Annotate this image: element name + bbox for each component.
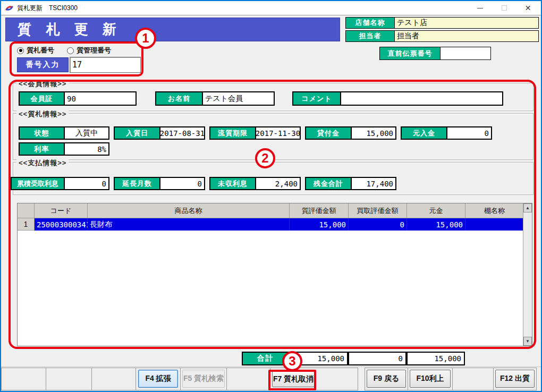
shop-name-label: 店舗名称	[346, 18, 395, 28]
balance-total-label: 残金合計	[306, 178, 352, 189]
comment-value[interactable]	[341, 92, 502, 105]
unpaid-interest-field: 未収利息 2,400	[209, 177, 301, 190]
shop-name-field: 店舗名称 テスト店	[345, 17, 539, 29]
forfeit-deadline-value: 2017-11-30	[256, 127, 300, 139]
fkey-empty-4	[226, 368, 270, 390]
accumulated-interest-field: 累積受取利息 0	[11, 177, 109, 190]
loan-amount-label: 貸付金	[306, 127, 352, 139]
table-scrollbar[interactable]: ▲ ▼	[523, 203, 532, 346]
number-input[interactable]	[70, 57, 141, 73]
cell-name: 長財布	[88, 218, 290, 231]
pawn-date-value: 2017-08-31	[160, 127, 204, 139]
staff-value: 担当者	[395, 31, 538, 41]
page-title: 質 札 更 新	[5, 18, 340, 41]
member-card-label: 会員証	[20, 92, 65, 105]
comment-field: コメント	[292, 91, 503, 106]
previous-slip-value[interactable]	[441, 47, 490, 59]
totals-purchase-value: 0	[348, 352, 406, 365]
radio-ticket-number[interactable]: 質札番号	[17, 46, 54, 55]
principal-deposit-value: 0	[447, 127, 491, 139]
status-value: 入質中	[65, 127, 108, 139]
fkey-empty-1	[1, 368, 46, 390]
member-info-title: <<会員情報>>	[16, 79, 69, 89]
scroll-down-icon[interactable]: ▼	[523, 337, 532, 346]
number-type-radio-group: 質札番号 質管理番号	[17, 46, 111, 55]
loan-amount-value: 15,000	[352, 127, 395, 139]
status-label: 状態	[20, 127, 65, 139]
member-name-label: お名前	[156, 92, 203, 105]
member-name-value: テスト会員	[203, 92, 274, 105]
f10-interest-button[interactable]: F10利上	[410, 370, 451, 388]
row-number: 1	[18, 218, 35, 231]
extension-months-label: 延長月数	[115, 178, 160, 189]
f4-expand-button[interactable]: F4 拡張	[138, 370, 178, 388]
totals-pawn-value: 15,000	[289, 352, 348, 365]
scroll-up-icon[interactable]: ▲	[523, 203, 532, 212]
interest-rate-label: 利率	[20, 143, 65, 155]
principal-deposit-field: 元入金 0	[401, 126, 492, 140]
pawn-date-field: 入質日 2017-08-31	[114, 126, 205, 140]
loan-amount-field: 貸付金 15,000	[305, 126, 396, 140]
accumulated-interest-value: 0	[65, 178, 108, 189]
ticket-info-title: <<質札情報>>	[16, 109, 69, 119]
payment-info-title: <<支払情報>>	[16, 158, 69, 168]
cell-principal: 15,000	[407, 218, 465, 231]
staff-field: 担当者 担当者	[345, 30, 539, 42]
totals-label: 合計	[242, 352, 289, 365]
interest-rate-field: 利率 8%	[19, 142, 109, 156]
fkey-empty-3	[91, 368, 136, 390]
number-input-label: 番号入力	[17, 57, 69, 72]
app-window: 質札更新 TSCI0300 ✕ 質 札 更 新 店舗名称 テスト店 担当者 担当…	[0, 0, 542, 392]
cell-pawn-value: 15,000	[290, 218, 349, 231]
balance-total-field: 残金合計 17,400	[305, 177, 396, 190]
balance-total-value: 17,400	[352, 178, 395, 189]
app-icon	[5, 4, 14, 13]
previous-slip-field: 直前伝票番号	[379, 47, 491, 60]
column-header-code: コード	[35, 203, 88, 218]
cell-code: 250003000341	[35, 218, 88, 231]
column-header-rownum	[18, 203, 35, 218]
radio-unselected-icon	[67, 47, 74, 54]
titlebar: 質札更新 TSCI0300 ✕	[1, 1, 541, 15]
pawn-date-label: 入質日	[115, 127, 160, 139]
f12-redeem-button[interactable]: F12 出質	[495, 370, 535, 388]
extension-months-field: 延長月数 0	[114, 177, 205, 190]
accumulated-interest-label: 累積受取利息	[12, 178, 65, 189]
column-header-shelf: 棚名称	[465, 203, 524, 218]
close-icon[interactable]: ✕	[516, 1, 540, 15]
member-card-value[interactable]: 90	[65, 92, 136, 105]
member-name-field: お名前 テスト会員	[155, 91, 275, 106]
column-header-name: 商品名称	[88, 203, 290, 218]
maximize-icon	[492, 1, 516, 15]
forfeit-deadline-field: 流質期限 2017-11-30	[209, 126, 301, 140]
unpaid-interest-value: 2,400	[256, 178, 300, 189]
minimize-icon[interactable]	[468, 1, 492, 15]
principal-deposit-label: 元入金	[402, 127, 447, 139]
staff-label: 担当者	[346, 31, 395, 41]
window-title: 質札更新 TSCI0300	[17, 4, 78, 13]
totals-principal: 15,000	[406, 352, 465, 365]
f9-back-button[interactable]: F9 戻る	[367, 370, 406, 388]
comment-label: コメント	[293, 92, 341, 105]
f7-ticket-cancel-button[interactable]: F7 質札取消	[272, 371, 315, 387]
extension-months-value: 0	[160, 178, 204, 189]
window-controls: ✕	[468, 1, 540, 15]
radio-control-number-label: 質管理番号	[77, 46, 111, 55]
radio-control-number[interactable]: 質管理番号	[67, 46, 111, 55]
cell-purchase-value: 0	[349, 218, 407, 231]
column-header-pawn-value: 質評価金額	[290, 203, 349, 218]
column-header-principal: 元金	[407, 203, 465, 218]
function-key-bar: F4 拡張 F5 質札検索 F7 質札取消 F9 戻る F10利上 F12 出質	[1, 367, 541, 391]
f5-ticket-search-button: F5 質札検索	[182, 370, 225, 388]
radio-ticket-number-label: 質札番号	[27, 46, 54, 55]
interest-rate-value: 8%	[65, 143, 108, 155]
column-header-purchase-value: 買取評価金額	[349, 203, 407, 218]
forfeit-deadline-label: 流質期限	[210, 127, 256, 139]
shop-name-value: テスト店	[395, 18, 538, 28]
radio-selected-icon	[17, 47, 24, 54]
member-card-field: 会員証 90	[19, 91, 137, 106]
fkey-empty-5	[452, 368, 494, 390]
items-table: コード 商品名称 質評価金額 買取評価金額 元金 棚名称 1 250003000…	[17, 203, 532, 346]
unpaid-interest-label: 未収利息	[210, 178, 256, 189]
previous-slip-label: 直前伝票番号	[380, 47, 441, 59]
